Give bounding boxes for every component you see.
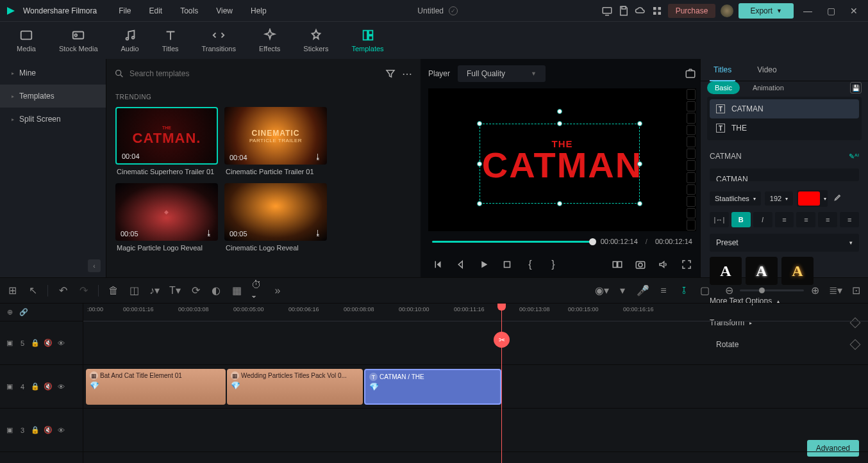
more-button[interactable]: » <box>272 285 283 296</box>
subtab-animation[interactable]: Animation <box>745 81 792 94</box>
export-button[interactable]: Export▼ <box>739 3 794 19</box>
mic-icon[interactable]: 🎤 <box>637 285 649 296</box>
link-icon[interactable]: 🔗 <box>19 308 28 317</box>
track-row[interactable] <box>83 321 868 365</box>
clip[interactable]: ▦Bat And Cat Title Element 01💎 <box>86 369 226 405</box>
playhead[interactable]: ✂ <box>501 304 502 463</box>
player-viewport[interactable]: THE CATMAN <box>428 88 696 231</box>
template-card[interactable]: 00:05⭳ Cinematic Logo Reveal <box>224 183 327 253</box>
tab-transitions[interactable]: Transitions <box>193 24 245 56</box>
save-preset-icon[interactable]: 💾 <box>850 82 862 93</box>
tab-stickers[interactable]: Stickers <box>294 24 337 56</box>
bookmark-icon[interactable]: ▾ <box>617 285 628 296</box>
crop-button[interactable]: ◫ <box>128 285 140 296</box>
device-icon[interactable] <box>601 5 613 17</box>
mark-in-button[interactable]: { <box>524 259 536 270</box>
close-button[interactable]: ✕ <box>845 2 863 20</box>
cloud-icon[interactable] <box>635 5 646 17</box>
zoom-in-button[interactable]: ⊕ <box>809 285 821 296</box>
speed-button[interactable]: ⟳ <box>190 285 201 296</box>
prev-frame-button[interactable] <box>432 259 444 270</box>
timer-button[interactable]: ⏱▾ <box>251 285 263 296</box>
tab-audio[interactable]: Audio <box>112 24 148 56</box>
menu-edit[interactable]: Edit <box>142 4 171 18</box>
sidebar-item-split[interactable]: ▸Split Screen <box>0 108 106 131</box>
snap-icon[interactable]: ⫱ <box>678 285 690 296</box>
snapshot-icon[interactable] <box>685 68 696 79</box>
tab-stock[interactable]: Stock Media <box>50 24 107 56</box>
color-button[interactable]: ◐ <box>210 285 222 296</box>
grid-icon[interactable]: ⊞ <box>6 285 18 296</box>
eyedropper-icon[interactable] <box>831 193 842 204</box>
zoom-slider[interactable] <box>740 289 804 291</box>
font-dropdown[interactable]: Staatliches▾ <box>710 191 761 206</box>
track-row[interactable] <box>83 409 868 452</box>
bold-button[interactable]: B <box>731 212 751 227</box>
fit-icon[interactable]: ⊡ <box>850 285 862 296</box>
track-row[interactable]: ▦Bat And Cat Title Element 01💎 ▦Wedding … <box>83 365 868 409</box>
mask-button[interactable]: ▦ <box>231 285 242 296</box>
timeline-ruler[interactable]: :00:00 00:00:01:16 00:00:03:08 00:00:05:… <box>83 304 868 321</box>
fullscreen-icon[interactable] <box>681 259 692 270</box>
camera-icon[interactable] <box>635 259 646 270</box>
zoom-out-button[interactable]: ⊖ <box>723 285 735 296</box>
more-icon[interactable]: ⋯ <box>401 68 413 79</box>
mixer-icon[interactable]: ≡ <box>658 285 669 296</box>
menu-tools[interactable]: Tools <box>172 4 206 18</box>
volume-icon[interactable] <box>658 259 669 270</box>
image-icon[interactable]: ▢ <box>699 285 710 296</box>
filter-icon[interactable] <box>385 68 396 79</box>
marker-button[interactable]: ◉▾ <box>596 285 608 296</box>
inspector-tab-titles[interactable]: Titles <box>701 59 744 81</box>
play-button[interactable] <box>478 259 490 270</box>
menu-help[interactable]: Help <box>243 4 274 18</box>
stop-button[interactable] <box>501 259 513 270</box>
search-input[interactable] <box>129 69 380 78</box>
align-justify-button[interactable]: ≡ <box>840 212 859 227</box>
eye-icon[interactable]: 👁 <box>56 339 65 348</box>
undo-button[interactable]: ↶ <box>57 285 69 296</box>
ai-icon[interactable]: ✎ᴬᴵ <box>849 152 859 161</box>
tab-titles[interactable]: Titles <box>153 24 188 56</box>
template-card[interactable]: ◆00:05⭳ Magic Particle Logo Reveal <box>115 183 218 253</box>
inspector-tab-video[interactable]: Video <box>744 59 789 81</box>
sidebar-item-templates[interactable]: ▸Templates <box>0 85 106 108</box>
text-layer-item[interactable]: TCATMAN <box>710 99 859 118</box>
compare-icon[interactable] <box>612 259 623 270</box>
menu-file[interactable]: File <box>111 4 138 18</box>
quality-dropdown[interactable]: Full Quality▼ <box>458 65 546 82</box>
purchase-button[interactable]: Purchase <box>668 4 716 18</box>
add-track-icon[interactable]: ⊕ <box>5 308 14 317</box>
template-card[interactable]: CINEMATICPARTICLE TRAILER00:04⭳ Cinemati… <box>224 107 327 177</box>
save-icon[interactable] <box>618 5 630 17</box>
cursor-icon[interactable]: ↖ <box>27 285 38 296</box>
preset-dropdown[interactable]: Preset▾ <box>710 234 859 252</box>
mute-icon[interactable]: 🔇 <box>44 339 53 348</box>
menu-view[interactable]: View <box>208 4 240 18</box>
lock-icon[interactable]: 🔒 <box>31 339 40 348</box>
delete-button[interactable]: 🗑 <box>108 285 119 296</box>
font-size-input[interactable]: 192▾ <box>765 191 793 206</box>
selection-box[interactable] <box>480 124 640 204</box>
spacing-button[interactable]: |↔| <box>710 212 729 227</box>
align-right-button[interactable]: ≡ <box>818 212 837 227</box>
italic-button[interactable]: I <box>753 212 772 227</box>
subtab-basic[interactable]: Basic <box>707 81 740 94</box>
align-center-button[interactable]: ≡ <box>796 212 815 227</box>
template-card[interactable]: THECATMAN.00:04 Cinematic Superhero Trai… <box>115 107 218 177</box>
cut-icon[interactable]: ✂ <box>494 332 510 348</box>
text-button[interactable]: T▾ <box>169 285 181 296</box>
list-icon[interactable]: ≣▾ <box>830 285 841 296</box>
tab-effects[interactable]: Effects <box>250 24 289 56</box>
clip[interactable]: ▦Wedding Particles Titles Pack Vol 0...💎 <box>227 369 363 405</box>
text-layer-item[interactable]: TTHE <box>710 118 859 138</box>
minimize-button[interactable]: — <box>799 2 817 20</box>
tab-media[interactable]: Media <box>8 24 45 56</box>
mark-out-button[interactable]: } <box>547 259 559 270</box>
tab-templates[interactable]: Templates <box>342 24 392 56</box>
redo-button[interactable]: ↷ <box>78 285 89 296</box>
maximize-button[interactable]: ▢ <box>822 2 840 20</box>
avatar[interactable] <box>721 4 733 17</box>
clip-selected[interactable]: TCATMAN / THE💎 <box>364 369 501 405</box>
apps-icon[interactable] <box>651 5 663 17</box>
